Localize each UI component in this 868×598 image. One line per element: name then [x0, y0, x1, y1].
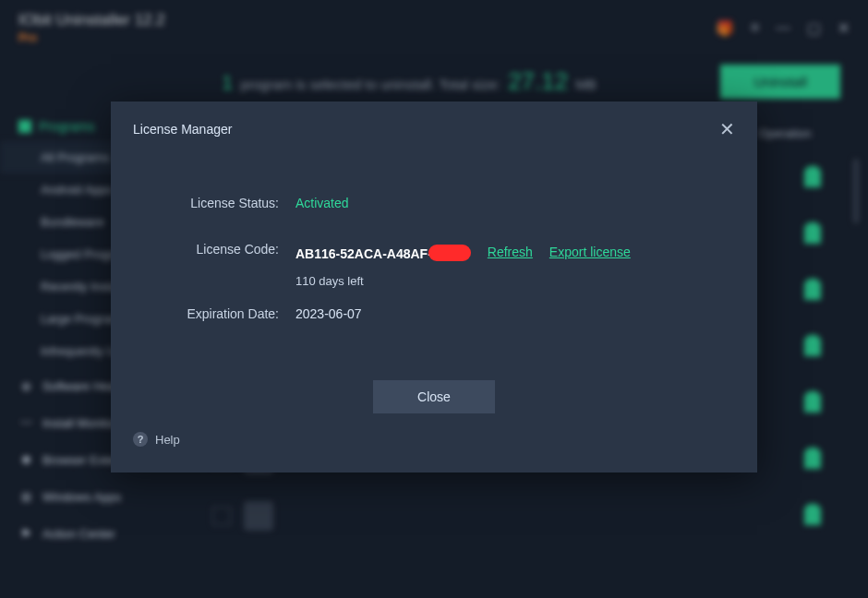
- days-left-row: 110 days left: [148, 267, 720, 288]
- expiration-label: Expiration Date:: [148, 306, 295, 321]
- license-status-row: License Status: Activated: [148, 196, 720, 210]
- modal-header: License Manager ✕: [111, 102, 757, 150]
- refresh-link[interactable]: Refresh: [488, 245, 533, 259]
- license-manager-dialog: License Manager ✕ License Status: Activa…: [111, 102, 757, 472]
- modal-close-icon[interactable]: ✕: [719, 118, 735, 140]
- expiration-date: 2023-06-07: [295, 306, 362, 321]
- help-icon: ?: [133, 432, 148, 447]
- modal-title: License Manager: [133, 122, 232, 137]
- modal-footer: Close: [111, 380, 757, 432]
- license-code-value: AB116-52ACA-A48AF- Refresh Export licens…: [295, 242, 720, 261]
- export-license-link[interactable]: Export license: [549, 245, 631, 259]
- activated-text: Activated: [295, 196, 349, 210]
- modal-overlay: License Manager ✕ License Status: Activa…: [0, 0, 868, 598]
- license-code-text: AB116-52ACA-A48AF-: [295, 242, 471, 261]
- days-left-text: 110 days left: [295, 274, 364, 288]
- redacted-segment: [428, 245, 471, 261]
- license-status-value: Activated: [295, 196, 720, 210]
- modal-body: License Status: Activated License Code: …: [111, 150, 757, 380]
- close-button[interactable]: Close: [373, 380, 495, 413]
- help-label: Help: [155, 433, 180, 447]
- license-code-label: License Code:: [148, 242, 295, 257]
- license-status-label: License Status:: [148, 196, 295, 210]
- expiration-value: 2023-06-07: [295, 306, 720, 321]
- license-code-row: License Code: AB116-52ACA-A48AF- Refresh…: [148, 242, 720, 261]
- expiration-row: Expiration Date: 2023-06-07: [148, 306, 720, 321]
- help-row[interactable]: ? Help: [111, 432, 757, 454]
